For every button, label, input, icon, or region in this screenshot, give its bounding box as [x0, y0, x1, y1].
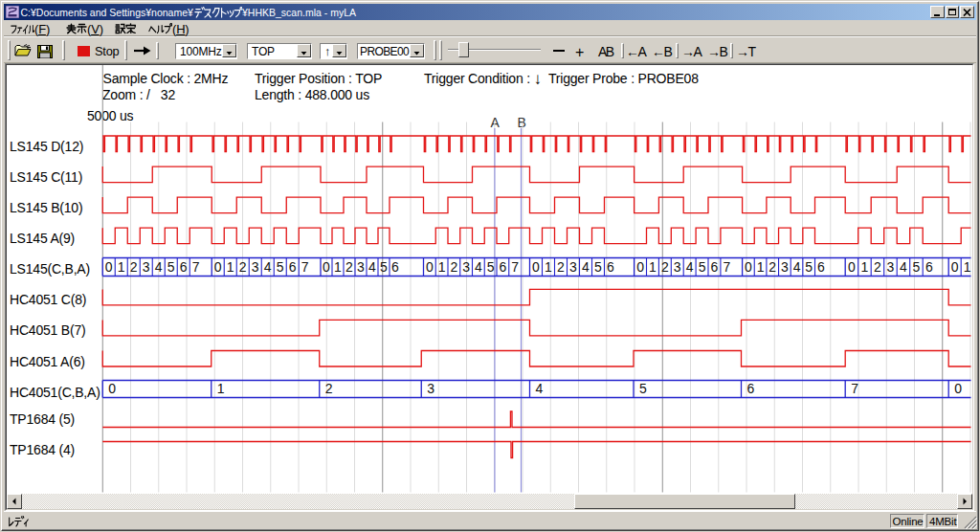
svg-text:1: 1 [118, 259, 125, 275]
svg-text:6: 6 [289, 259, 297, 275]
svg-text:2: 2 [239, 259, 247, 275]
svg-text:2: 2 [874, 259, 881, 275]
svg-text:1: 1 [217, 381, 225, 396]
svg-text:5: 5 [167, 259, 175, 275]
svg-text:0: 0 [108, 381, 116, 396]
svg-text:6: 6 [391, 259, 399, 275]
svg-text:0: 0 [954, 381, 962, 396]
svg-text:5: 5 [639, 381, 647, 396]
svg-text:2: 2 [557, 259, 565, 275]
svg-text:7: 7 [301, 259, 309, 275]
svg-text:3: 3 [462, 259, 470, 275]
svg-text:6: 6 [711, 259, 719, 275]
svg-text:1: 1 [545, 259, 552, 275]
svg-text:5: 5 [380, 259, 388, 275]
svg-text:3: 3 [887, 259, 895, 275]
svg-text:3: 3 [252, 259, 259, 275]
svg-text:2: 2 [450, 259, 457, 275]
svg-text:6: 6 [607, 259, 614, 275]
svg-text:7: 7 [192, 259, 200, 275]
svg-text:6: 6 [180, 259, 188, 275]
svg-text:4: 4 [686, 259, 694, 275]
svg-text:5: 5 [277, 259, 284, 275]
svg-text:6: 6 [817, 259, 825, 275]
svg-text:5: 5 [487, 259, 495, 275]
svg-text:4: 4 [582, 259, 590, 275]
svg-text:0: 0 [323, 259, 330, 275]
svg-text:3: 3 [569, 259, 577, 275]
svg-text:0: 0 [105, 259, 113, 275]
svg-text:0: 0 [426, 259, 434, 275]
svg-text:7: 7 [723, 259, 730, 275]
svg-text:5: 5 [913, 259, 921, 275]
svg-text:0: 0 [636, 259, 644, 275]
svg-text:3: 3 [781, 259, 789, 275]
svg-text:3: 3 [674, 259, 681, 275]
svg-text:0: 0 [745, 259, 752, 275]
svg-text:6: 6 [499, 259, 506, 275]
svg-text:1: 1 [334, 259, 342, 275]
svg-text:6: 6 [925, 259, 933, 275]
svg-text:2: 2 [661, 259, 669, 275]
svg-text:0: 0 [848, 259, 856, 275]
svg-text:4: 4 [368, 259, 376, 275]
svg-text:0: 0 [951, 259, 959, 275]
svg-text:7: 7 [511, 259, 519, 275]
svg-text:4: 4 [536, 381, 544, 396]
svg-text:1: 1 [438, 259, 446, 275]
svg-text:5: 5 [699, 259, 706, 275]
svg-text:1: 1 [861, 259, 869, 275]
svg-text:3: 3 [357, 259, 365, 275]
svg-text:5: 5 [805, 259, 813, 275]
svg-text:1: 1 [757, 259, 765, 275]
svg-text:4: 4 [900, 259, 907, 275]
svg-text:7: 7 [851, 381, 858, 396]
svg-text:1: 1 [964, 259, 971, 275]
svg-text:6: 6 [747, 381, 755, 396]
svg-text:3: 3 [427, 381, 434, 396]
svg-text:1: 1 [227, 259, 234, 275]
svg-text:0: 0 [532, 259, 540, 275]
svg-text:4: 4 [475, 259, 482, 275]
svg-text:4: 4 [264, 259, 272, 275]
svg-text:1: 1 [649, 259, 657, 275]
svg-text:0: 0 [214, 259, 222, 275]
svg-text:2: 2 [325, 381, 333, 396]
svg-text:2: 2 [130, 259, 138, 275]
svg-text:2: 2 [345, 259, 353, 275]
svg-text:5: 5 [594, 259, 602, 275]
svg-text:2: 2 [768, 259, 776, 275]
svg-text:4: 4 [793, 259, 801, 275]
svg-text:4: 4 [155, 259, 163, 275]
svg-text:3: 3 [143, 259, 150, 275]
